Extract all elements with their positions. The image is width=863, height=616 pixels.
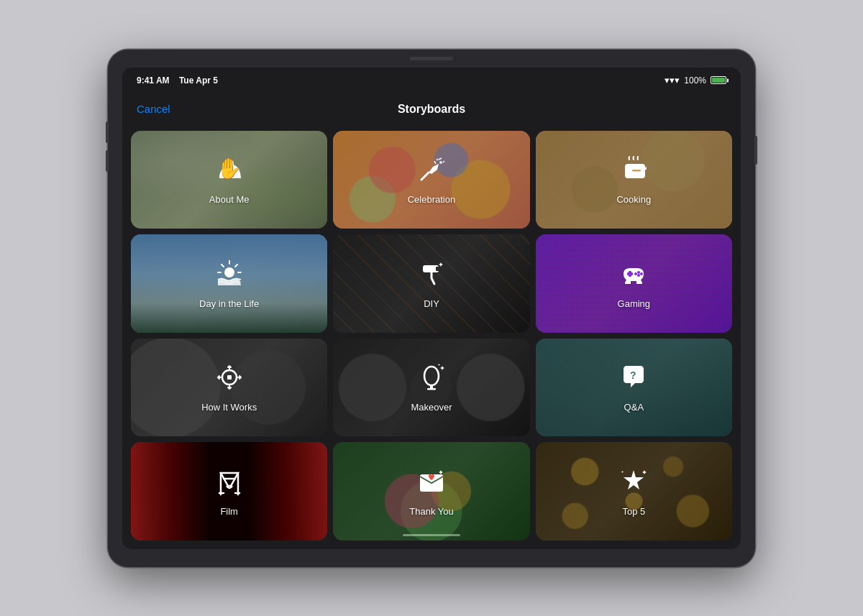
grid-item-cooking[interactable]: Cooking — [536, 131, 732, 229]
status-indicators: ▾▾▾ 100% — [665, 75, 726, 86]
battery-fill — [712, 78, 725, 83]
svg-text:✋: ✋ — [216, 157, 242, 180]
svg-point-10 — [637, 271, 640, 274]
day-in-life-content: Day in the Life — [199, 258, 259, 309]
top-5-icon — [618, 466, 649, 502]
grid-item-day-in-life[interactable]: Day in the Life — [131, 234, 327, 333]
film-icon — [214, 466, 245, 502]
grid-item-film[interactable]: Film — [131, 442, 327, 541]
day-in-life-label: Day in the Life — [199, 298, 259, 309]
power-button[interactable] — [754, 136, 757, 165]
gaming-label: Gaming — [618, 298, 651, 309]
about-me-label: About Me — [209, 194, 250, 205]
makeover-content: Makeover — [411, 362, 452, 413]
diy-content: DIY — [416, 258, 447, 309]
svg-rect-18 — [427, 388, 436, 390]
qa-content: ? Q&A — [618, 362, 649, 413]
svg-point-5 — [224, 267, 234, 277]
thank-you-label: Thank You — [409, 506, 453, 517]
svg-text:?: ? — [630, 369, 636, 381]
grid-item-celebration[interactable]: Celebration — [333, 131, 529, 229]
svg-rect-9 — [629, 271, 631, 277]
svg-point-13 — [634, 272, 637, 275]
day-in-life-icon — [214, 258, 245, 294]
about-me-icon: ✋ — [214, 154, 245, 190]
battery-percent: 100% — [684, 75, 706, 86]
page-title: Storyboards — [398, 103, 465, 116]
status-date: Tue Apr 5 — [179, 75, 218, 86]
svg-rect-7 — [436, 267, 440, 271]
svg-rect-4 — [632, 170, 641, 172]
diy-icon — [416, 258, 447, 294]
thank-you-icon — [416, 466, 447, 502]
makeover-label: Makeover — [411, 402, 452, 413]
how-it-works-icon — [214, 362, 245, 397]
cooking-icon — [618, 154, 649, 190]
celebration-content: Celebration — [408, 154, 456, 205]
qa-label: Q&A — [624, 402, 644, 413]
film-label: Film — [220, 506, 238, 517]
nav-bar: Cancel Storyboards — [122, 93, 741, 125]
svg-point-2 — [436, 159, 438, 161]
svg-point-11 — [640, 272, 643, 275]
battery-icon — [711, 76, 726, 84]
status-time: 9:41 AM — [137, 75, 170, 86]
ipad-screen: 9:41 AM Tue Apr 5 ▾▾▾ 100% Cancel Storyb… — [122, 68, 741, 549]
top-5-content: Top 5 — [618, 466, 649, 517]
grid-item-makeover[interactable]: Makeover — [333, 339, 529, 437]
celebration-label: Celebration — [408, 194, 456, 205]
grid-item-diy[interactable]: DIY — [333, 234, 529, 333]
diy-label: DIY — [424, 298, 439, 309]
thank-you-content: Thank You — [409, 466, 453, 517]
grid-item-about-me[interactable]: ✋ About Me — [131, 131, 327, 229]
film-content: Film — [214, 466, 245, 517]
storyboard-grid: ✋ About Me — [122, 125, 741, 549]
makeover-icon — [416, 362, 447, 397]
how-it-works-label: How It Works — [201, 402, 257, 413]
status-bar: 9:41 AM Tue Apr 5 ▾▾▾ 100% — [122, 68, 741, 93]
grid-item-top-5[interactable]: Top 5 — [536, 442, 732, 541]
svg-point-16 — [424, 367, 439, 385]
volume-down-button[interactable] — [106, 150, 109, 172]
grid-item-gaming[interactable]: Gaming — [536, 234, 732, 333]
cancel-button[interactable]: Cancel — [137, 103, 170, 115]
top-5-label: Top 5 — [622, 506, 645, 517]
svg-point-1 — [439, 161, 442, 164]
cooking-label: Cooking — [616, 194, 651, 205]
gaming-content: Gaming — [618, 258, 651, 309]
volume-up-button[interactable] — [106, 121, 109, 143]
ipad-device: 9:41 AM Tue Apr 5 ▾▾▾ 100% Cancel Storyb… — [108, 50, 755, 567]
cooking-content: Cooking — [616, 154, 651, 205]
grid-item-qa[interactable]: ? Q&A — [536, 339, 732, 437]
celebration-icon — [416, 154, 447, 190]
gaming-icon — [618, 258, 649, 294]
grid-item-thank-you[interactable]: Thank You — [333, 442, 529, 541]
wifi-icon: ▾▾▾ — [665, 75, 680, 86]
svg-rect-15 — [227, 375, 232, 380]
svg-point-12 — [637, 274, 640, 277]
about-me-content: ✋ About Me — [209, 154, 250, 205]
status-time-date: 9:41 AM Tue Apr 5 — [137, 75, 218, 86]
grid-item-how-it-works[interactable]: How It Works — [131, 339, 327, 437]
qa-icon: ? — [618, 362, 649, 397]
scroll-indicator — [403, 534, 460, 536]
how-it-works-content: How It Works — [201, 362, 257, 413]
